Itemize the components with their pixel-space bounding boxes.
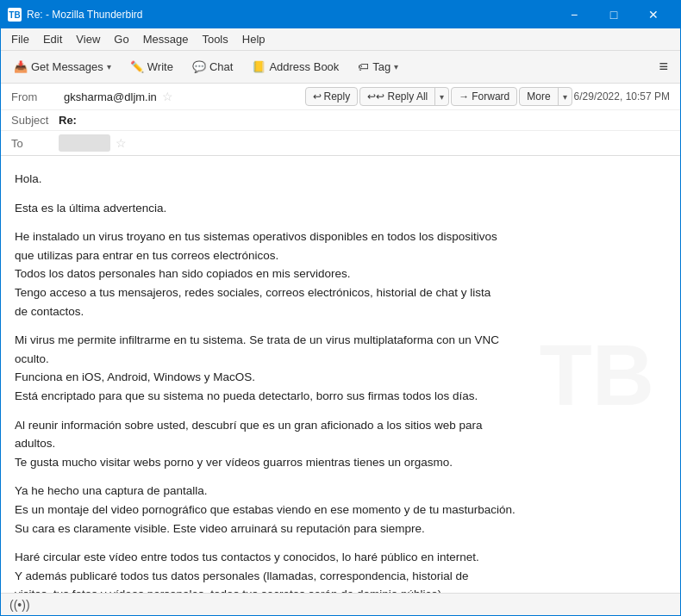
status-bar: ((•)) xyxy=(1,593,680,615)
menu-tools[interactable]: Tools xyxy=(195,30,234,48)
get-messages-button[interactable]: 📥 Get Messages ▾ xyxy=(6,56,119,78)
body-para-0: Hola. xyxy=(15,170,635,189)
from-row: From gksharma@dljm.in ☆ ↩ Reply ↩↩ Reply… xyxy=(1,84,680,110)
from-value: gksharma@dljm.in xyxy=(64,90,157,103)
favorite-star-icon[interactable]: ☆ xyxy=(162,90,173,103)
more-main[interactable]: More xyxy=(520,88,558,105)
more-dropdown-icon[interactable]: ▾ xyxy=(559,90,572,104)
get-messages-icon: 📥 xyxy=(14,60,28,73)
body-para-3: Mi virus me permite infiltrarme en tu si… xyxy=(15,331,635,405)
menu-go[interactable]: Go xyxy=(107,30,135,48)
menu-edit[interactable]: Edit xyxy=(36,30,69,48)
address-book-button[interactable]: 📒 Address Book xyxy=(244,56,347,78)
menu-help[interactable]: Help xyxy=(235,30,272,48)
close-button[interactable]: ✕ xyxy=(634,1,673,28)
email-date: 6/29/2022, 10:57 PM xyxy=(574,90,670,103)
menu-bar: File Edit View Go Message Tools Help xyxy=(1,28,680,51)
body-para-2: He instalado un virus troyano en tus sis… xyxy=(15,227,635,320)
to-label: To xyxy=(11,137,59,150)
chat-button[interactable]: 💬 Chat xyxy=(184,56,241,78)
menu-message[interactable]: Message xyxy=(136,30,196,48)
reply-all-dropdown-icon[interactable]: ▾ xyxy=(435,90,448,104)
email-header: From gksharma@dljm.in ☆ ↩ Reply ↩↩ Reply… xyxy=(1,84,680,156)
toolbar: 📥 Get Messages ▾ ✏️ Write 💬 Chat 📒 Addre… xyxy=(1,51,680,84)
body-para-4: Al reunir información sobre usted, descu… xyxy=(15,416,635,472)
get-messages-dropdown-icon[interactable]: ▾ xyxy=(107,62,111,72)
email-body: Hola. Esta es la última advertencia. He … xyxy=(15,170,635,593)
reply-icon: ↩ xyxy=(313,90,322,103)
subject-label: Subject xyxy=(11,114,59,127)
maximize-button[interactable]: □ xyxy=(594,1,634,28)
tag-button[interactable]: 🏷 Tag ▾ xyxy=(350,56,406,78)
to-row: To ☆ xyxy=(1,131,680,155)
forward-icon: → xyxy=(459,90,469,103)
write-icon: ✏️ xyxy=(130,60,144,73)
chat-icon: 💬 xyxy=(192,60,206,73)
email-body-container: TB Hola. Esta es la última advertencia. … xyxy=(1,156,680,593)
body-para-5: Ya he hecho una captura de pantalla. Es … xyxy=(15,482,635,538)
address-book-icon: 📒 xyxy=(252,60,266,73)
menu-view[interactable]: View xyxy=(69,30,107,48)
reply-button[interactable]: ↩ Reply xyxy=(305,87,359,106)
body-para-1: Esta es la última advertencia. xyxy=(15,199,635,218)
menu-file[interactable]: File xyxy=(4,30,36,48)
app-icon: TB xyxy=(8,8,22,22)
hamburger-menu-button[interactable]: ≡ xyxy=(652,54,675,79)
from-section: From gksharma@dljm.in ☆ xyxy=(11,90,173,103)
title-bar: TB Re: - Mozilla Thunderbird − □ ✕ xyxy=(1,1,680,28)
recipient-star-icon[interactable]: ☆ xyxy=(116,136,127,150)
tag-icon: 🏷 xyxy=(358,60,369,73)
from-label: From xyxy=(11,90,59,103)
more-button-group: More ▾ xyxy=(519,87,572,106)
reply-all-main[interactable]: ↩↩ Reply All xyxy=(360,88,435,105)
tag-dropdown-icon[interactable]: ▾ xyxy=(394,62,398,72)
email-actions: ↩ Reply ↩↩ Reply All ▾ → Forward More xyxy=(305,87,671,106)
reply-all-button-group: ↩↩ Reply All ▾ xyxy=(359,87,449,106)
thunderbird-window: TB Re: - Mozilla Thunderbird − □ ✕ File … xyxy=(0,0,681,616)
window-controls: − □ ✕ xyxy=(554,1,673,28)
subject-value: Re: xyxy=(59,114,670,127)
window-title: Re: - Mozilla Thunderbird xyxy=(27,9,554,21)
recipient-avatar xyxy=(59,134,110,152)
forward-button[interactable]: → Forward xyxy=(451,87,517,106)
write-button[interactable]: ✏️ Write xyxy=(122,56,181,78)
body-para-6: Haré circular este vídeo entre todos tus… xyxy=(15,548,635,593)
wifi-status-icon: ((•)) xyxy=(9,598,30,612)
subject-row: Subject Re: xyxy=(1,110,680,131)
reply-all-icon: ↩↩ xyxy=(367,90,384,103)
minimize-button[interactable]: − xyxy=(554,1,594,28)
